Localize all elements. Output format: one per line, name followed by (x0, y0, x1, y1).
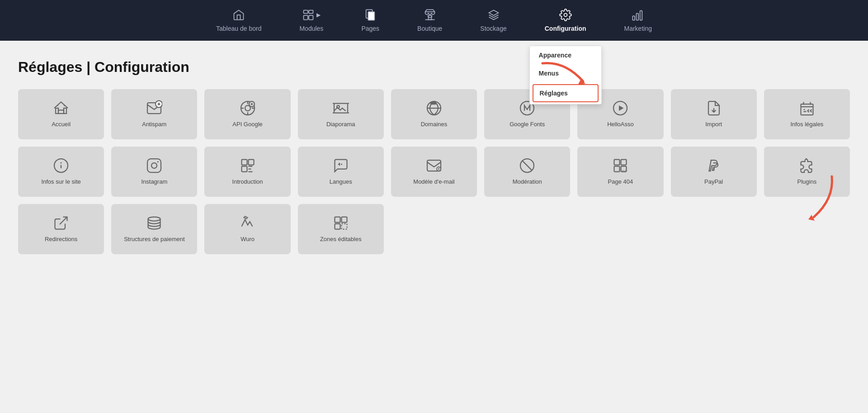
svg-point-7 (564, 14, 567, 17)
nav-item-stockage[interactable]: Stockage (475, 5, 512, 36)
marketing-icon (632, 9, 644, 21)
infos-legales-icon (799, 100, 815, 116)
import-icon (706, 100, 722, 116)
dropdown-item-menus[interactable]: Menus (530, 64, 601, 82)
card-structures-paiement[interactable]: Structures de paiement (111, 204, 197, 254)
card-paypal[interactable]: PayPal (671, 147, 757, 197)
svg-rect-9 (637, 14, 639, 20)
svg-rect-37 (241, 159, 247, 165)
card-langues[interactable]: Langues (298, 147, 384, 197)
svg-text:404: 404 (622, 169, 627, 172)
card-plugins[interactable]: Plugins (764, 147, 850, 197)
nav-label-boutique: Boutique (417, 25, 442, 32)
moderation-icon (519, 157, 535, 174)
svg-rect-2 (304, 15, 308, 19)
dropdown-item-reglages[interactable]: Réglages (533, 84, 599, 102)
card-label-redirections: Redirections (45, 236, 77, 243)
card-instagram[interactable]: Instagram (111, 147, 197, 197)
card-label-api-google: API Google (232, 121, 263, 128)
svg-rect-10 (640, 11, 642, 20)
card-import[interactable]: Import (671, 89, 757, 139)
modules-icon (302, 9, 315, 21)
zones-icon (333, 215, 349, 231)
card-redirections[interactable]: Redirections (18, 204, 104, 254)
infos-site-icon (53, 157, 69, 174)
svg-rect-42 (614, 166, 620, 171)
svg-rect-5 (368, 12, 375, 20)
svg-rect-50 (335, 217, 340, 222)
nav-label-stockage: Stockage (480, 25, 506, 32)
modules-row: ▶ (302, 9, 321, 21)
home-icon (232, 9, 245, 21)
card-label-structures: Structures de paiement (124, 236, 184, 243)
card-label-langues: Langues (330, 178, 352, 186)
nav-item-modules[interactable]: ▶ Modules (294, 5, 329, 36)
card-domaines[interactable]: www Domaines (391, 89, 477, 139)
card-label-accueil: Accueil (52, 121, 71, 128)
card-zones-editables[interactable]: Zones éditables (298, 204, 384, 254)
grid-row-1: Accueil Antispam API Google (18, 89, 850, 139)
nav-item-marketing[interactable]: Marketing (619, 5, 657, 36)
svg-rect-15 (58, 110, 64, 114)
svg-point-34 (151, 163, 157, 168)
wuro-icon (240, 215, 256, 231)
card-label-zones: Zones éditables (320, 236, 362, 243)
helloasso-icon (612, 100, 628, 116)
svg-rect-49 (335, 223, 340, 229)
card-label-modele-email: Modèle d'e-mail (413, 178, 454, 186)
nav-item-configuration[interactable]: Configuration Apparence Menus Réglages (539, 5, 592, 36)
nav-item-boutique[interactable]: Boutique (412, 5, 448, 36)
pages-icon (364, 9, 377, 21)
card-infos-legales[interactable]: Infos légales (764, 89, 850, 139)
redirections-icon (53, 215, 69, 231)
grid-row-3: Redirections Structures de paiement Wuro (18, 204, 850, 254)
card-label-instagram: Instagram (141, 178, 167, 186)
svg-rect-1 (309, 10, 313, 14)
card-label-infos-site: Infos sur le site (41, 178, 80, 186)
api-google-icon (240, 100, 256, 116)
card-wuro[interactable]: Wuro (204, 204, 290, 254)
modele-email-icon (426, 157, 442, 174)
card-antispam[interactable]: Antispam (111, 89, 197, 139)
antispam-icon (146, 100, 162, 116)
svg-rect-44 (621, 159, 627, 165)
card-label-helloasso: HelloAsso (607, 121, 634, 128)
langues-icon (333, 157, 349, 174)
svg-text:www: www (431, 102, 436, 104)
nav-label-marketing: Marketing (624, 25, 652, 32)
card-label-introduction: Introduction (232, 178, 263, 186)
stockage-icon (487, 9, 500, 21)
card-moderation[interactable]: Modération (484, 147, 570, 197)
card-label-wuro: Wuro (241, 236, 255, 243)
page404-icon: 404 (612, 157, 628, 174)
dropdown-item-apparence[interactable]: Apparence (530, 46, 601, 64)
card-label-paypal: PayPal (704, 178, 723, 186)
nav-label-pages: Pages (361, 25, 379, 32)
svg-point-48 (148, 217, 160, 221)
card-accueil[interactable]: Accueil (18, 89, 104, 139)
empty-grid-space (391, 204, 850, 254)
card-api-google[interactable]: API Google (204, 89, 290, 139)
card-modele-email[interactable]: Modèle d'e-mail (391, 147, 477, 197)
card-diaporama[interactable]: Diaporama (298, 89, 384, 139)
diaporama-icon (333, 100, 349, 116)
nav-item-pages[interactable]: Pages (356, 5, 385, 36)
card-label-plugins: Plugins (797, 178, 817, 186)
page-title: Réglages | Configuration (18, 59, 850, 76)
structures-icon (146, 215, 162, 231)
nav-label-tableau: Tableau de bord (216, 25, 261, 32)
card-page-404[interactable]: 404 Page 404 (577, 147, 663, 197)
configuration-icon (559, 9, 572, 21)
card-label-page404: Page 404 (608, 178, 633, 186)
svg-rect-43 (614, 159, 620, 165)
card-label-google-fonts: Google Fonts (509, 121, 545, 128)
nav-item-tableau-de-bord[interactable]: Tableau de bord (211, 5, 267, 36)
card-label-antispam: Antispam (142, 121, 166, 128)
svg-line-47 (60, 217, 67, 224)
accueil-icon (53, 100, 69, 116)
configuration-dropdown: Apparence Menus Réglages (529, 46, 602, 104)
card-introduction[interactable]: Introduction (204, 147, 290, 197)
card-label-infos-legales: Infos légales (790, 121, 823, 128)
card-infos-sur-le-site[interactable]: Infos sur le site (18, 147, 104, 197)
svg-point-35 (157, 161, 159, 162)
